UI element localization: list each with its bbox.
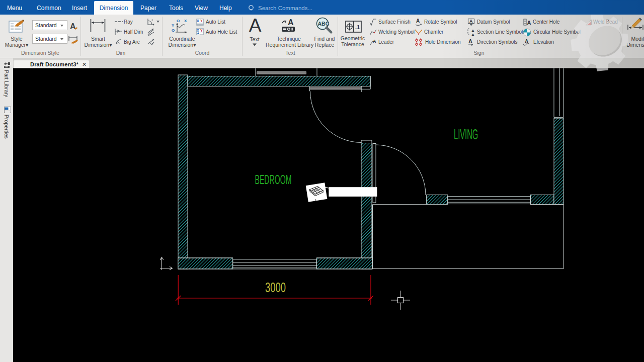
svg-text:ABC: ABC [318, 21, 330, 27]
svg-text:O: O [177, 19, 180, 23]
svg-text:3000: 3000 [265, 280, 286, 296]
svg-text:X: X [197, 19, 199, 23]
svg-text:Y: Y [172, 23, 175, 28]
svg-text:X: X [197, 29, 199, 32]
svg-text:A: A [469, 19, 473, 24]
svg-text:O: O [172, 28, 175, 33]
svg-text:A: A [527, 20, 531, 26]
svg-text:A: A [373, 39, 376, 44]
svg-text:Y: Y [200, 29, 203, 32]
svg-text:A: A [468, 38, 472, 44]
svg-text:A: A [416, 18, 420, 24]
svg-text:A: A [70, 22, 76, 31]
svg-text:.1: .1 [355, 24, 360, 30]
svg-text:BEDROOM: BEDROOM [255, 172, 292, 187]
svg-text:A: A [525, 39, 528, 44]
svg-text:A: A [471, 33, 474, 36]
svg-text:LIVING: LIVING [454, 126, 478, 142]
svg-text:Y: Y [200, 19, 203, 23]
svg-text:X: X [184, 19, 187, 23]
svg-text:A: A [288, 18, 294, 27]
